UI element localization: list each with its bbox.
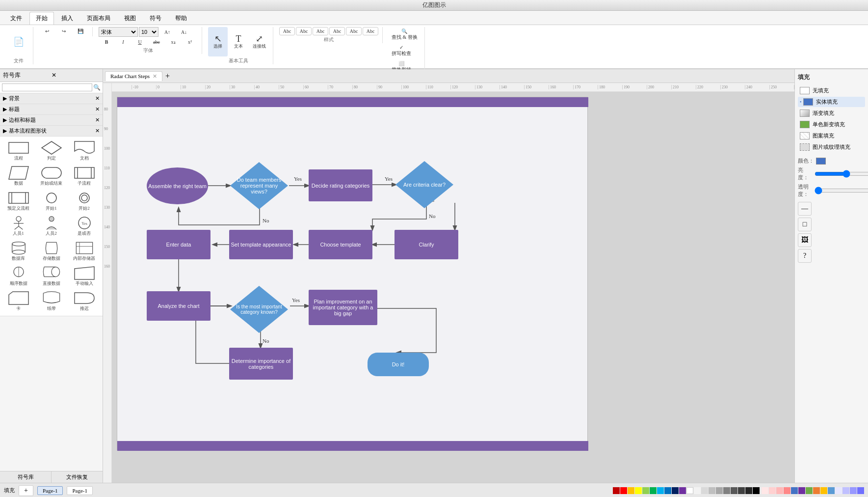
brightness-slider[interactable] <box>815 170 868 178</box>
node-is-known[interactable]: Is the most important category known? <box>229 285 289 334</box>
undo-button[interactable]: ↩ <box>39 27 55 35</box>
node-enter-data[interactable]: Enter data <box>147 230 210 259</box>
shape-tape[interactable]: 纸带 <box>36 290 67 313</box>
shape-direct[interactable]: 直接数据 <box>36 265 67 288</box>
category-basic-flow[interactable]: ▶ 基本流程图形状 ✕ <box>0 126 103 137</box>
shape-person2[interactable]: 人员2 <box>36 215 67 238</box>
font-size-select[interactable]: 10 <box>139 27 158 37</box>
style-abc1[interactable]: Abc <box>279 27 295 35</box>
color-swatch-19[interactable] <box>753 487 760 494</box>
color-swatch-27[interactable] <box>813 487 820 494</box>
select-button[interactable]: ↖ 选择 <box>208 27 228 56</box>
color-swatch-28[interactable] <box>820 487 827 494</box>
tab-start[interactable]: 开始 <box>29 12 54 25</box>
page-tab-1[interactable]: + <box>19 485 33 496</box>
color-swatch-16[interactable] <box>731 487 737 494</box>
node-criteria[interactable]: Are criteria clear? <box>395 160 454 209</box>
color-swatch-29[interactable] <box>828 487 835 494</box>
help-button[interactable]: ? <box>798 249 812 263</box>
page-tab-active[interactable]: Page-1 <box>37 486 63 495</box>
shape-database[interactable]: 数据库 <box>3 240 34 263</box>
node-clarify[interactable]: Clarify <box>395 230 458 259</box>
color-swatch-21[interactable] <box>769 487 776 494</box>
color-swatch-33[interactable] <box>857 487 864 494</box>
shape-predefined[interactable]: 预定义流程 <box>3 190 34 213</box>
color-swatch-22[interactable] <box>776 487 783 494</box>
shape-manual[interactable]: 手动输入 <box>69 265 100 288</box>
shape-person1[interactable]: 人员1 <box>3 215 34 238</box>
fill-mono-gradient[interactable]: 单色新变填充 <box>798 119 865 130</box>
color-swatch-13[interactable] <box>709 487 715 494</box>
node-do-team[interactable]: Do team members represent many views? <box>229 161 289 210</box>
shape-storage[interactable]: 存储数据 <box>36 240 67 263</box>
shape-document[interactable]: 文档 <box>69 139 100 163</box>
category-background[interactable]: ▶ 背景 ✕ <box>0 93 103 104</box>
close-panel-button[interactable]: ✕ <box>52 72 100 79</box>
redo-button[interactable]: ↪ <box>56 27 72 35</box>
strikethrough-button[interactable]: abc <box>149 38 164 46</box>
new-button[interactable]: 📄 <box>9 27 28 56</box>
tab-file[interactable]: 文件 <box>4 12 28 25</box>
add-tab-button[interactable]: + <box>165 72 170 81</box>
color-swatch-23[interactable] <box>784 487 790 494</box>
node-choose-template[interactable]: Choose template <box>309 230 372 259</box>
category-close-icon[interactable]: ✕ <box>95 95 100 102</box>
shape-flow[interactable]: 流程 <box>3 139 34 163</box>
shape-yesno[interactable]: Yes 是或否 <box>69 215 100 238</box>
fill-gradient[interactable]: 渐变填充 <box>798 108 865 118</box>
shape-start-end[interactable]: 开始或结束 <box>36 165 67 188</box>
increase-font-button[interactable]: A↑ <box>159 28 175 36</box>
color-swatch-31[interactable] <box>842 487 849 494</box>
fill-image[interactable]: 图片或纹理填充 <box>798 142 865 152</box>
shape-data[interactable]: 数据 <box>3 165 34 188</box>
shape-card[interactable]: 卡 <box>3 290 34 313</box>
image-button[interactable]: 🖼 <box>798 233 812 247</box>
underline-button[interactable]: U <box>132 38 148 46</box>
color-swatch-10[interactable] <box>686 487 693 494</box>
tab-view[interactable]: 视图 <box>118 12 142 25</box>
shadow-button[interactable]: □ <box>798 218 812 231</box>
color-swatch-24[interactable] <box>791 487 798 494</box>
color-swatch-25[interactable] <box>798 487 805 494</box>
color-swatch-2[interactable] <box>628 487 634 494</box>
color-swatch-3[interactable] <box>635 487 642 494</box>
decrease-font-button[interactable]: A↓ <box>176 28 192 36</box>
save-button[interactable]: 💾 <box>73 27 88 35</box>
color-swatch-6[interactable] <box>657 487 664 494</box>
color-swatch-1[interactable] <box>620 487 627 494</box>
search-input[interactable] <box>2 83 92 91</box>
color-swatch-18[interactable] <box>745 487 752 494</box>
superscript-button[interactable]: x² <box>182 38 198 46</box>
category-close-icon2[interactable]: ✕ <box>95 106 100 112</box>
color-swatch-14[interactable] <box>716 487 723 494</box>
font-family-select[interactable]: 宋体 <box>99 27 138 37</box>
add-page-icon[interactable]: + <box>24 487 28 494</box>
page-tab-extra[interactable]: Page-1 <box>67 486 93 495</box>
subscript-button[interactable]: x₂ <box>165 38 181 46</box>
style-abc4[interactable]: Abc <box>329 27 345 35</box>
style-abc5[interactable]: Abc <box>346 27 362 35</box>
canvas[interactable]: Yes Yes No No Yes Yes No <box>117 97 588 450</box>
category-border[interactable]: ▶ 边框和标题 ✕ <box>0 115 103 126</box>
tab-symbols[interactable]: 符号 <box>143 12 168 25</box>
search-icon[interactable]: 🔍 <box>93 84 101 91</box>
shape-decision[interactable]: 判定 <box>36 139 67 163</box>
color-swatch-0[interactable] <box>613 487 620 494</box>
file-restore-tab[interactable]: 文件恢复 <box>51 471 103 483</box>
node-assemble[interactable]: Assemble the right team <box>147 167 208 204</box>
node-determine[interactable]: Determine importance of categories <box>229 348 293 380</box>
color-swatch-4[interactable] <box>642 487 649 494</box>
color-swatch-8[interactable] <box>672 487 679 494</box>
node-decide[interactable]: Decide rating categories <box>309 169 372 201</box>
tab-insert[interactable]: 插入 <box>55 12 79 25</box>
node-do-it[interactable]: Do it! <box>368 353 429 376</box>
node-set-template[interactable]: Set template appearance <box>229 230 293 259</box>
shape-start1[interactable]: 开始1 <box>36 190 67 213</box>
line-style-button[interactable]: — <box>798 202 812 216</box>
symbol-library-tab[interactable]: 符号库 <box>0 471 51 483</box>
fill-solid[interactable]: • 实体填充 <box>798 97 865 107</box>
color-swatch-30[interactable] <box>835 487 842 494</box>
color-swatch-17[interactable] <box>738 487 745 494</box>
color-swatch-11[interactable] <box>694 487 701 494</box>
shape-start2[interactable]: 开始2 <box>69 190 100 213</box>
